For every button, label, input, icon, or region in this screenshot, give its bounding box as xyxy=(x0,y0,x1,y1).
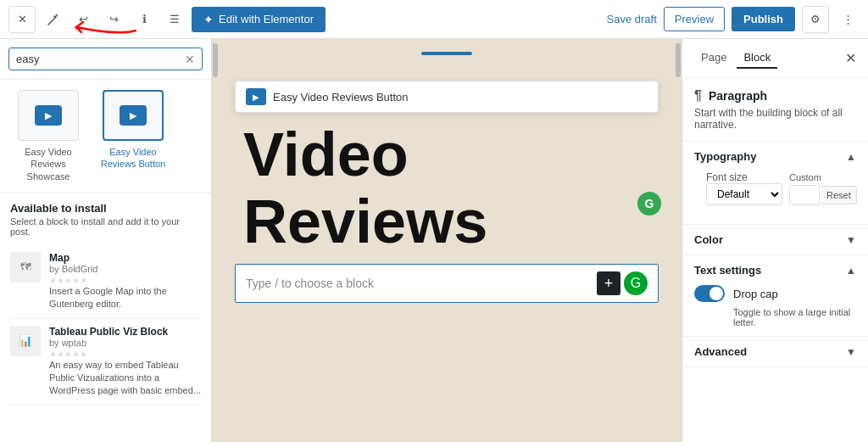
publish-button[interactable]: Publish xyxy=(732,7,795,31)
font-size-select[interactable]: Default xyxy=(706,183,782,205)
plugin-info-map: Map by BoldGrid ★★★★★ Insert a Google Ma… xyxy=(49,252,201,311)
canvas-handle-wrapper xyxy=(235,52,659,72)
advanced-title: Advanced xyxy=(694,345,747,358)
canvas-top-handle xyxy=(421,52,472,55)
plugin-info-tableau: Tableau Public Viz Block by wptab ★★★★★ … xyxy=(49,326,201,398)
left-scroll-track[interactable] xyxy=(212,39,219,442)
tab-page[interactable]: Page xyxy=(694,48,733,69)
block-name: Paragraph xyxy=(709,89,767,103)
right-scroll-track[interactable] xyxy=(675,39,682,442)
typography-expanded: Font size Default Custom Reset xyxy=(694,171,856,215)
typography-chevron-up: ▲ xyxy=(846,151,856,163)
search-input[interactable] xyxy=(16,53,185,65)
paragraph-icon: ¶ xyxy=(694,88,702,104)
block-icon-box-showcase: ▶ xyxy=(18,90,79,141)
advanced-header: Advanced ▼ xyxy=(694,345,856,358)
advanced-chevron: ▼ xyxy=(846,346,856,358)
block-description: Start with the building block of all nar… xyxy=(694,107,856,131)
canvas-grammarly-icon[interactable]: G xyxy=(637,192,661,215)
tab-block[interactable]: Block xyxy=(737,48,777,69)
custom-size-input[interactable] xyxy=(789,185,820,205)
panel-block-section: ¶ Paragraph Start with the building bloc… xyxy=(682,78,868,142)
toolbar-left: ✕ ↩ ↪ ℹ ☰ ✦ Edit with Elementor xyxy=(8,6,326,33)
save-draft-button[interactable]: Save draft xyxy=(607,13,657,25)
close-button[interactable]: ✕ xyxy=(8,6,36,33)
text-settings-header: Text settings ▲ xyxy=(694,264,856,277)
clear-search-button[interactable]: ✕ xyxy=(185,53,195,65)
custom-label: Custom xyxy=(789,172,857,182)
plugin-by-map: by BoldGrid xyxy=(49,264,201,274)
more-options-button[interactable]: ⋮ xyxy=(836,8,860,31)
elementor-label: Edit with Elementor xyxy=(219,13,314,25)
elementor-icon: ✦ xyxy=(203,13,214,26)
canvas-area: ▶ Easy Video Reviews Button Video Review… xyxy=(219,39,675,442)
reset-button[interactable]: Reset xyxy=(821,186,857,204)
canvas-heading: Video Reviews xyxy=(235,121,659,255)
typography-title: Typography xyxy=(694,150,756,163)
plugin-desc-map: Insert a Google Map into the Gutenberg e… xyxy=(49,285,201,311)
blocks-grid: ▶ Easy Video Reviews Showcase ▶ Easy Vid… xyxy=(0,80,211,193)
pen-button[interactable] xyxy=(39,6,66,33)
block-inserter-popup: ▶ Easy Video Reviews Button xyxy=(235,81,659,113)
heading-line1: Video xyxy=(243,120,409,188)
search-area: ✕ xyxy=(0,39,211,80)
preview-button[interactable]: Preview xyxy=(664,7,725,31)
popup-block-icon: ▶ xyxy=(246,88,266,105)
block-icon-box-button: ▶ xyxy=(103,90,164,141)
plugin-icon-tableau: 📊 xyxy=(10,326,41,356)
font-size-label: Font size xyxy=(706,171,782,183)
settings-button[interactable]: ⚙ xyxy=(802,6,829,33)
canvas-content: ▶ Easy Video Reviews Button Video Review… xyxy=(235,39,659,311)
plugin-stars-tableau: ★★★★★ xyxy=(49,350,201,359)
popup-icon-inner: ▶ xyxy=(253,92,259,102)
toolbar: ✕ ↩ ↪ ℹ ☰ ✦ Edit with Elementor Save dra… xyxy=(0,0,868,39)
redo-button[interactable]: ↪ xyxy=(100,6,127,33)
panel-block-title: ¶ Paragraph xyxy=(694,88,856,104)
color-section[interactable]: Color ▼ xyxy=(682,225,868,255)
panel-close-button[interactable]: ✕ xyxy=(845,50,856,66)
drop-cap-toggle[interactable] xyxy=(694,285,725,302)
right-panel: Page Block ✕ ¶ Paragraph Start with the … xyxy=(682,39,868,442)
custom-col: Custom Reset xyxy=(789,172,857,205)
elementor-button[interactable]: ✦ Edit with Elementor xyxy=(192,7,326,32)
tableau-icon: 📊 xyxy=(19,334,32,347)
info-button[interactable]: ℹ xyxy=(131,6,158,33)
color-title: Color xyxy=(694,233,723,246)
plugin-item-tableau[interactable]: 📊 Tableau Public Viz Block by wptab ★★★★… xyxy=(10,319,201,406)
map-icon: 🗺 xyxy=(20,260,31,273)
color-chevron: ▼ xyxy=(846,234,856,246)
text-settings-title: Text settings xyxy=(694,264,761,277)
drop-cap-row: Drop cap xyxy=(694,285,856,302)
search-box: ✕ xyxy=(8,48,203,70)
custom-input-group: Reset xyxy=(789,185,857,205)
text-placeholder: Type / to choose a block xyxy=(246,277,597,290)
plugin-item-map[interactable]: 🗺 Map by BoldGrid ★★★★★ Insert a Google … xyxy=(10,245,201,319)
block-label-button: Easy Video Reviews Button xyxy=(95,146,171,171)
green-g-icon[interactable]: G xyxy=(624,271,648,295)
showcase-icon: ▶ xyxy=(35,105,62,126)
right-scroll-thumb xyxy=(676,43,681,77)
block-item-button[interactable]: ▶ Easy Video Reviews Button xyxy=(95,90,171,171)
text-settings-chevron[interactable]: ▲ xyxy=(846,265,856,277)
heading-line2: Reviews xyxy=(243,187,487,255)
plugin-name-tableau: Tableau Public Viz Block xyxy=(49,326,201,338)
text-input-area: Type / to choose a block + G xyxy=(235,264,659,303)
popup-block-label: Easy Video Reviews Button xyxy=(273,91,408,104)
button-icon: ▶ xyxy=(120,105,147,126)
text-settings-section: Text settings ▲ Drop cap Toggle to show … xyxy=(682,255,868,337)
font-size-row: Font size Default Custom Reset xyxy=(706,171,844,205)
color-header: Color ▼ xyxy=(694,233,856,246)
typography-header: Typography ▲ xyxy=(694,150,856,163)
typography-section[interactable]: Typography ▲ Font size Default Custom xyxy=(682,142,868,225)
add-block-button[interactable]: + xyxy=(597,271,620,295)
block-item-showcase[interactable]: ▶ Easy Video Reviews Showcase xyxy=(10,90,86,182)
right-panel-header: Page Block ✕ xyxy=(682,39,868,78)
undo-button[interactable]: ↩ xyxy=(70,6,97,33)
main-layout: ✕ ▶ Easy Video Reviews Showcase ▶ Easy V… xyxy=(0,39,868,442)
toggle-knob xyxy=(709,287,723,300)
list-button[interactable]: ☰ xyxy=(161,6,188,33)
available-section: Available to install Select a block to i… xyxy=(0,193,211,414)
plugin-desc-tableau: An easy way to embed Tableau Public Vizu… xyxy=(49,359,201,398)
plugin-icon-map: 🗺 xyxy=(10,252,41,283)
advanced-section[interactable]: Advanced ▼ xyxy=(682,337,868,367)
